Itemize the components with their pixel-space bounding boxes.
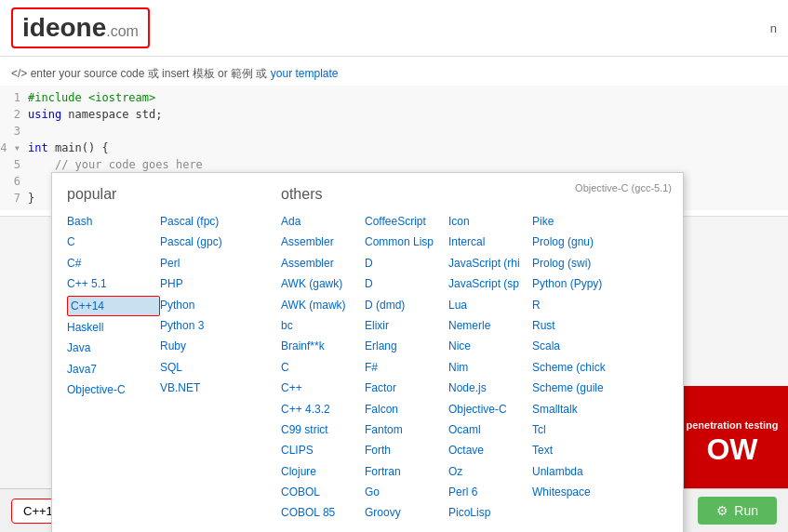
lang-js-rhi[interactable]: JavaScript (rhi (448, 254, 532, 273)
lang-java7[interactable]: Java7 (67, 360, 160, 379)
lang-scheme-guile[interactable]: Scheme (guile (532, 379, 616, 397)
lang-haskell[interactable]: Haskell (67, 318, 160, 337)
lang-csharp[interactable]: C# (67, 254, 160, 273)
logo-ideone: ideone (22, 13, 106, 42)
code-line: 5 // your code goes here (0, 156, 788, 173)
lang-cpp14[interactable]: C++14 (67, 296, 160, 316)
lang-cpp432[interactable]: C++ 4.3.2 (281, 400, 365, 419)
lang-clips[interactable]: CLIPS (281, 441, 365, 459)
others-col-2: CoffeeScript Common Lisp D D D (dmd) Eli… (365, 212, 448, 523)
popular-col-1: Bash C C# C++ 5.1 C++14 Haskell Java Jav… (67, 212, 160, 400)
lang-text[interactable]: Text (532, 441, 616, 459)
lang-prolog-swi[interactable]: Prolog (swi) (532, 254, 616, 273)
lang-pike[interactable]: Pike (532, 212, 616, 231)
lang-python3[interactable]: Python 3 (160, 316, 253, 335)
lang-objective-c[interactable]: Objective-C (67, 380, 160, 399)
lang-octave[interactable]: Octave (448, 441, 532, 459)
lang-fortran[interactable]: Fortran (365, 462, 448, 481)
lang-cobol[interactable]: COBOL (281, 483, 365, 501)
lang-nim[interactable]: Nim (448, 358, 532, 377)
lang-perl[interactable]: Perl (160, 254, 253, 273)
lang-cobol85[interactable]: COBOL 85 (281, 503, 365, 522)
lang-ocaml[interactable]: Ocaml (448, 420, 532, 439)
lang-awk-mawk[interactable]: AWK (mawk) (281, 296, 365, 314)
lang-falcon[interactable]: Falcon (365, 400, 448, 419)
popular-section: popular Bash C C# C++ 5.1 C++14 Haskell … (67, 186, 281, 523)
lang-go[interactable]: Go (365, 483, 448, 501)
lang-common-lisp[interactable]: Common Lisp (365, 233, 448, 251)
lang-python[interactable]: Python (160, 296, 253, 314)
lang-scala[interactable]: Scala (532, 337, 616, 355)
popular-grid: Bash C C# C++ 5.1 C++14 Haskell Java Jav… (67, 212, 281, 400)
lang-d2[interactable]: D (365, 274, 448, 293)
lang-ruby[interactable]: Ruby (160, 337, 253, 355)
lang-ada[interactable]: Ada (281, 212, 365, 231)
lang-c99[interactable]: C99 strict (281, 420, 365, 439)
header: ideone.com n (0, 0, 788, 57)
lang-python-pypy[interactable]: Python (Pypy) (532, 274, 616, 293)
lang-pascal-fpc[interactable]: Pascal (fpc) (160, 212, 253, 231)
lang-assembler1[interactable]: Assembler (281, 233, 365, 251)
lang-lua[interactable]: Lua (448, 296, 532, 314)
lang-d-dmd[interactable]: D (dmd) (365, 296, 448, 314)
cols-wrapper: popular Bash C C# C++ 5.1 C++14 Haskell … (67, 186, 668, 523)
lang-scheme-chick[interactable]: Scheme (chick (532, 358, 616, 377)
lang-forth[interactable]: Forth (365, 441, 448, 459)
header-nav: n (770, 21, 777, 35)
lang-d1[interactable]: D (365, 254, 448, 273)
logo-box: ideone.com (11, 7, 150, 48)
lang-php[interactable]: PHP (160, 274, 253, 293)
lang-erlang[interactable]: Erlang (365, 337, 448, 355)
code-line: 2 using namespace std; (0, 106, 788, 123)
lang-picolisp[interactable]: PicoLisp (448, 503, 532, 522)
code-line: 1 #include <iostream> (0, 89, 788, 106)
lang-fantom[interactable]: Fantom (365, 420, 448, 439)
lang-whitespace[interactable]: Whitespace (532, 483, 616, 501)
run-label: Run (734, 503, 758, 518)
lang-nice[interactable]: Nice (448, 337, 532, 355)
lang-icon[interactable]: Icon (448, 212, 532, 231)
lang-intercal[interactable]: Intercal (448, 233, 532, 251)
lang-assembler2[interactable]: Assembler (281, 254, 365, 273)
lang-nodejs[interactable]: Node.js (448, 379, 532, 397)
template-link[interactable]: your template (271, 67, 339, 80)
lang-prolog-gnu[interactable]: Prolog (gnu) (532, 233, 616, 251)
lang-perl6[interactable]: Perl 6 (448, 483, 532, 501)
lang-awk-gawk[interactable]: AWK (gawk) (281, 274, 365, 293)
lang-brainfk[interactable]: Brainf**k (281, 337, 365, 355)
lang-r[interactable]: R (532, 296, 616, 314)
lang-cpp51[interactable]: C++ 5.1 (67, 274, 160, 293)
lang-objective-c2[interactable]: Objective-C (448, 400, 532, 419)
lang-tcl[interactable]: Tcl (532, 420, 616, 439)
lang-factor[interactable]: Factor (365, 379, 448, 397)
lang-clojure[interactable]: Clojure (281, 462, 365, 481)
lang-sql[interactable]: SQL (160, 358, 253, 377)
lang-oz[interactable]: Oz (448, 462, 532, 481)
lang-bash[interactable]: Bash (67, 212, 160, 231)
run-button[interactable]: ⚙ Run (698, 497, 777, 525)
lang-groovy[interactable]: Groovy (365, 503, 448, 522)
lang-bc[interactable]: bc (281, 316, 365, 335)
others-grid: Ada Assembler Assembler AWK (gawk) AWK (… (281, 212, 668, 523)
ad-top-text: penetration testing (676, 418, 788, 432)
lang-c[interactable]: C (67, 233, 160, 251)
lang-rust[interactable]: Rust (532, 316, 616, 335)
lang-cpp[interactable]: C++ (281, 379, 365, 397)
lang-smalltalk[interactable]: Smalltalk (532, 400, 616, 419)
lang-coffeescript[interactable]: CoffeeScript (365, 212, 448, 231)
lang-js-sp[interactable]: JavaScript (sp (448, 274, 532, 293)
code-line: 4 ▾ int main() { (0, 140, 788, 156)
lang-elixir[interactable]: Elixir (365, 316, 448, 335)
ad-main-text: OW (706, 432, 757, 467)
current-language-label: Objective-C (gcc-5.1) (575, 182, 672, 193)
lang-vbnet[interactable]: VB.NET (160, 379, 253, 397)
lang-fsharp[interactable]: F# (365, 358, 448, 377)
code-hint-text: </> enter your source code 或 insert 模板 o… (11, 67, 267, 80)
lang-pascal-gpc[interactable]: Pascal (gpc) (160, 233, 253, 251)
lang-java[interactable]: Java (67, 339, 160, 357)
lang-nemerle[interactable]: Nemerle (448, 316, 532, 335)
lang-unlambda[interactable]: Unlambda (532, 462, 616, 481)
lang-c2[interactable]: C (281, 358, 365, 377)
popular-title: popular (67, 186, 281, 203)
code-line: 3 (0, 123, 788, 140)
